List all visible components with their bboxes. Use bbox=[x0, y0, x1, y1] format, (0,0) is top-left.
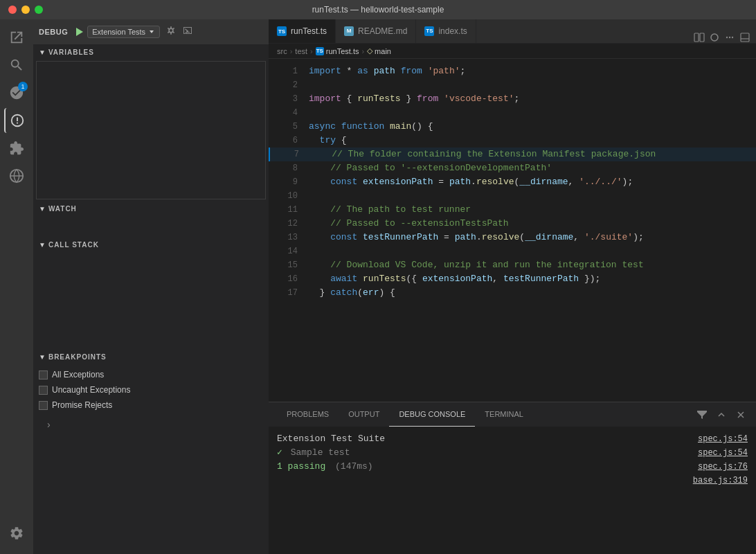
link-spec-76[interactable]: spec.js:76 bbox=[698, 462, 748, 472]
breakpoint-checkbox-uncaught[interactable] bbox=[39, 386, 48, 395]
breakpoint-checkbox-all[interactable] bbox=[39, 370, 48, 379]
call-stack-title: CALL STACK bbox=[48, 241, 99, 249]
close-button[interactable] bbox=[8, 6, 17, 14]
code-line-6: 6 try { bbox=[269, 134, 756, 148]
code-line-17: 17 } catch(err) { bbox=[269, 286, 756, 300]
tab-bar: TS runTest.ts M README.md TS index.ts bbox=[269, 19, 756, 44]
console-link-1[interactable]: spec.js:54 bbox=[681, 432, 748, 446]
debug-terminal-button[interactable] bbox=[182, 25, 193, 39]
panel-close-button[interactable] bbox=[734, 408, 748, 422]
variables-header[interactable]: ▼ VARIABLES bbox=[33, 44, 269, 60]
tab-runtest[interactable]: TS runTest.ts bbox=[269, 19, 336, 43]
tab-icon-runtest: TS bbox=[277, 26, 287, 36]
breakpoint-label-uncaught: Uncaught Exceptions bbox=[52, 385, 130, 395]
sidebar-item-settings[interactable] bbox=[4, 521, 29, 546]
editor-layout-button[interactable] bbox=[709, 32, 720, 43]
console-check-icon: ✓ bbox=[277, 447, 282, 458]
code-line-10: 10 bbox=[269, 189, 756, 203]
split-editor-button[interactable] bbox=[694, 32, 705, 43]
call-stack-content bbox=[33, 252, 269, 349]
call-stack-header[interactable]: ▼ CALL STACK bbox=[33, 237, 269, 252]
debug-config-select[interactable]: Extension Tests bbox=[87, 26, 160, 38]
console-duration: (147ms) bbox=[335, 461, 373, 472]
sidebar-item-git[interactable]: 1 bbox=[4, 80, 29, 105]
toggle-panel-button[interactable] bbox=[739, 32, 750, 43]
console-passing: 1 passing (147ms) bbox=[277, 460, 665, 474]
code-line-15: 15 // Download VS Code, unzip it and run… bbox=[269, 258, 756, 272]
breadcrumb-symbol[interactable]: ◇ main bbox=[367, 46, 391, 55]
breakpoints-header[interactable]: ▼ BREAKPOINTS bbox=[33, 349, 269, 364]
code-line-14: 14 bbox=[269, 244, 756, 258]
sidebar-item-explorer[interactable] bbox=[4, 25, 29, 50]
link-spec-54-1[interactable]: spec.js:54 bbox=[698, 434, 748, 444]
tab-problems[interactable]: PROBLEMS bbox=[277, 402, 339, 427]
breadcrumb-src[interactable]: src bbox=[277, 47, 287, 55]
svg-point-8 bbox=[732, 37, 733, 38]
breadcrumb-test[interactable]: test bbox=[295, 47, 307, 55]
link-spec-54-2[interactable]: spec.js:54 bbox=[698, 448, 748, 458]
maximize-button[interactable] bbox=[35, 6, 43, 14]
tab-output[interactable]: OUTPUT bbox=[339, 402, 389, 427]
tab-index[interactable]: TS index.ts bbox=[416, 19, 476, 43]
code-line-11: 11 // The path to test runner bbox=[269, 203, 756, 217]
variables-content bbox=[36, 61, 266, 199]
tab-debug-console[interactable]: DEBUG CONSOLE bbox=[389, 402, 475, 427]
tab-label-index: index.ts bbox=[438, 26, 467, 36]
svg-marker-1 bbox=[76, 28, 83, 36]
breakpoint-all-exceptions[interactable]: All Exceptions bbox=[39, 367, 263, 382]
watch-title: WATCH bbox=[48, 205, 77, 213]
panel-filter-button[interactable] bbox=[695, 408, 709, 422]
console-link-4[interactable]: base.js:319 bbox=[681, 474, 748, 488]
call-stack-section: ▼ CALL STACK bbox=[33, 237, 269, 349]
code-line-4: 4 bbox=[269, 106, 756, 120]
breakpoint-uncaught[interactable]: Uncaught Exceptions bbox=[39, 382, 263, 397]
debug-label: DEBUG bbox=[39, 28, 68, 36]
console-link-2[interactable]: spec.js:54 bbox=[681, 446, 748, 460]
tab-icon-index: TS bbox=[424, 26, 434, 36]
sidebar-item-extensions[interactable] bbox=[4, 136, 29, 161]
activity-bar-bottom bbox=[4, 521, 29, 554]
code-line-16: 16 await runTests({ extensionPath, testR… bbox=[269, 272, 756, 286]
code-editor-container: 1 import * as path from 'path'; 2 3 impo… bbox=[269, 59, 756, 554]
sidebar-item-search[interactable] bbox=[4, 53, 29, 78]
tab-icon-readme: M bbox=[344, 26, 354, 36]
breadcrumb-sep2: › bbox=[310, 47, 313, 55]
watch-header[interactable]: ▼ WATCH bbox=[33, 201, 269, 216]
link-base-319[interactable]: base.js:319 bbox=[693, 476, 748, 485]
console-sample-test: ✓ Sample test bbox=[277, 446, 665, 460]
breadcrumb-main: main bbox=[375, 47, 391, 55]
console-output: Extension Test Suite ✓ Sample test 1 pas… bbox=[269, 427, 673, 554]
panel-chevron-up-button[interactable] bbox=[714, 408, 728, 422]
code-line-9: 9 const extensionPath = path.resolve(__d… bbox=[269, 175, 756, 189]
tab-readme[interactable]: M README.md bbox=[336, 19, 416, 43]
breakpoint-checkbox-promise[interactable] bbox=[39, 401, 48, 410]
breakpoints-section: ▼ BREAKPOINTS All Exceptions Uncaught Ex… bbox=[33, 349, 269, 554]
debug-toolbar: DEBUG Extension Tests bbox=[33, 19, 269, 44]
panel-tabs: PROBLEMS OUTPUT DEBUG CONSOLE TERMINAL bbox=[269, 402, 756, 427]
breadcrumb-file[interactable]: TS runTest.ts bbox=[316, 47, 359, 55]
minimize-button[interactable] bbox=[21, 6, 30, 14]
console-link-3[interactable]: spec.js:76 bbox=[681, 460, 748, 474]
more-actions-button[interactable] bbox=[724, 32, 735, 43]
breadcrumb-sep3: › bbox=[361, 47, 364, 55]
svg-rect-4 bbox=[700, 33, 704, 42]
sidebar-item-debug[interactable] bbox=[4, 108, 29, 133]
breakpoints-expand[interactable]: › bbox=[33, 416, 269, 434]
svg-point-6 bbox=[726, 37, 728, 38]
sidebar-item-remote[interactable] bbox=[4, 163, 29, 188]
breakpoint-label-promise: Promise Rejects bbox=[52, 400, 112, 410]
breadcrumb-bar: src › test › TS runTest.ts › ◇ main bbox=[269, 44, 756, 59]
window-controls bbox=[8, 6, 43, 14]
debug-settings-button[interactable] bbox=[165, 25, 177, 39]
svg-rect-9 bbox=[741, 33, 749, 42]
console-links: spec.js:54 spec.js:54 spec.js:76 base.js… bbox=[673, 427, 756, 554]
console-test-name: Sample test bbox=[291, 447, 350, 458]
code-line-3: 3 import { runTests } from 'vscode-test'… bbox=[269, 92, 756, 106]
tab-terminal[interactable]: TERMINAL bbox=[475, 402, 533, 427]
breakpoint-promise[interactable]: Promise Rejects bbox=[39, 397, 263, 413]
variables-section: ▼ VARIABLES bbox=[33, 44, 269, 201]
breakpoint-label-all: All Exceptions bbox=[52, 370, 104, 379]
breadcrumb-ts-icon: TS bbox=[316, 47, 324, 55]
code-editor[interactable]: 1 import * as path from 'path'; 2 3 impo… bbox=[269, 59, 756, 402]
debug-run-button[interactable] bbox=[73, 26, 84, 37]
